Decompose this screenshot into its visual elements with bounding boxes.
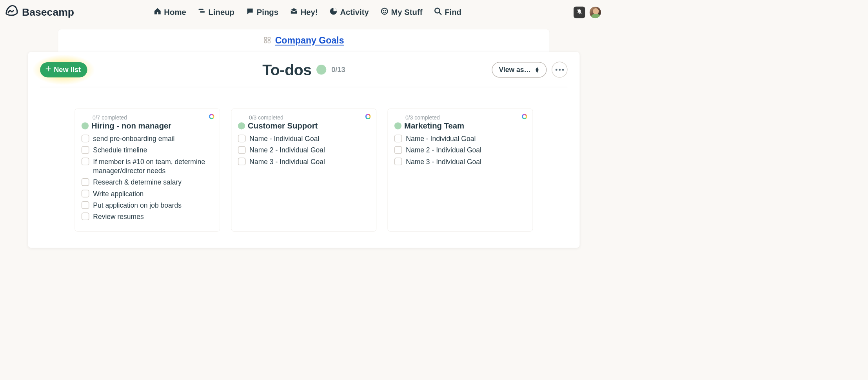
checkbox[interactable] (238, 157, 246, 165)
nav-hey[interactable]: Hey! (290, 7, 318, 17)
todo-text: Schedule timeline (93, 146, 147, 155)
nav-mystuff[interactable]: My Stuff (380, 7, 422, 17)
list-title[interactable]: Hiring - non manager (91, 121, 171, 130)
home-icon (153, 7, 162, 17)
svg-point-3 (381, 8, 388, 14)
nav-mystuff-label: My Stuff (391, 8, 422, 17)
todo-text: send pre-onboarding email (93, 134, 174, 143)
nav-lineup[interactable]: Lineup (198, 7, 234, 17)
todo-item[interactable]: Review resumes (82, 212, 213, 221)
nav-activity[interactable]: Activity (329, 7, 369, 17)
svg-line-7 (439, 12, 441, 14)
svg-rect-1 (200, 11, 205, 13)
project-header-card: Company Goals (58, 29, 549, 53)
list-progress-dot (394, 122, 401, 129)
top-nav-right (574, 6, 601, 18)
todo-text: Name 2 - Individual Goal (249, 146, 325, 155)
sort-icon: ▲▼ (535, 66, 539, 73)
nav-hey-label: Hey! (301, 8, 318, 17)
todo-item[interactable]: Write application (82, 189, 213, 199)
checkbox[interactable] (82, 201, 89, 209)
todo-list-card: 0/7 completed Hiring - non manager send … (74, 109, 220, 232)
checkbox[interactable] (238, 146, 246, 154)
progress-dot (316, 65, 326, 74)
pings-icon (246, 7, 254, 17)
checkbox[interactable] (82, 157, 89, 165)
nav-activity-label: Activity (340, 8, 369, 17)
main-header: New list To-dos 0/13 View as… ▲▼ (40, 62, 567, 87)
checkbox[interactable] (238, 135, 246, 143)
grid-icon (263, 36, 271, 45)
todo-lists: 0/7 completed Hiring - non manager send … (40, 109, 567, 232)
todo-text: Put application on job boards (93, 201, 182, 210)
checkbox[interactable] (394, 135, 402, 143)
list-completed-count: 0/7 completed (93, 114, 213, 121)
todo-list-card: 0/3 completed Customer Support Name - In… (231, 109, 376, 232)
todo-item[interactable]: Name - Individual Goal (238, 134, 370, 143)
nav-links: Home Lineup Pings Hey! Activity (44, 7, 571, 17)
svg-point-6 (435, 8, 440, 13)
view-as-button[interactable]: View as… ▲▼ (492, 62, 547, 78)
checkbox[interactable] (394, 157, 402, 165)
todo-item[interactable]: Name 2 - Individual Goal (394, 146, 526, 155)
nav-home[interactable]: Home (153, 7, 186, 17)
hey-icon (290, 7, 298, 17)
todo-item[interactable]: Put application on job boards (82, 201, 213, 210)
todo-text: Name 3 - Individual Goal (249, 157, 325, 166)
nav-pings[interactable]: Pings (246, 7, 278, 17)
list-title[interactable]: Customer Support (248, 121, 318, 130)
todo-item[interactable]: Research & determine salary (82, 178, 213, 187)
checkbox[interactable] (82, 190, 89, 197)
todo-text: Research & determine salary (93, 178, 182, 187)
progress-count: 0/13 (331, 65, 345, 74)
todo-item[interactable]: send pre-onboarding email (82, 134, 213, 143)
view-as-label: View as… (499, 66, 531, 74)
list-title[interactable]: Marketing Team (404, 121, 464, 130)
todo-item[interactable]: Name - Individual Goal (394, 134, 526, 143)
checkbox[interactable] (394, 146, 402, 154)
todo-list-card: 0/3 completed Marketing Team Name - Indi… (387, 109, 533, 232)
avatar[interactable] (589, 6, 601, 18)
list-progress-dot (238, 122, 245, 129)
checkbox[interactable] (82, 135, 89, 143)
checkbox[interactable] (82, 146, 89, 154)
todo-text: Name 2 - Individual Goal (406, 146, 481, 155)
todo-text: Name - Individual Goal (406, 134, 476, 143)
notifications-button[interactable] (574, 6, 585, 18)
hill-chart-icon[interactable] (209, 114, 214, 119)
todo-item[interactable]: Name 2 - Individual Goal (238, 146, 370, 155)
todo-text: Name 3 - Individual Goal (406, 157, 481, 166)
lineup-icon (198, 7, 206, 17)
todo-text: Write application (93, 189, 143, 199)
more-options-button[interactable] (552, 62, 568, 78)
hill-chart-icon[interactable] (522, 114, 527, 119)
bell-off-icon (576, 8, 583, 16)
new-list-button[interactable]: New list (40, 62, 87, 78)
mystuff-icon (380, 7, 389, 17)
todo-item[interactable]: Name 3 - Individual Goal (238, 157, 370, 166)
svg-rect-10 (268, 37, 271, 40)
nav-find-label: Find (445, 8, 461, 17)
todo-item[interactable]: Schedule timeline (82, 146, 213, 155)
todo-item[interactable]: If member is #10 on team, determine mana… (82, 157, 213, 176)
checkbox[interactable] (82, 213, 89, 221)
list-completed-count: 0/3 completed (405, 114, 526, 121)
svg-rect-0 (199, 9, 203, 11)
nav-pings-label: Pings (257, 8, 278, 17)
plus-icon (45, 65, 52, 74)
page-title-wrap: To-dos 0/13 (262, 61, 345, 79)
svg-rect-9 (265, 37, 267, 40)
new-list-label: New list (54, 65, 81, 74)
nav-find[interactable]: Find (434, 7, 461, 17)
checkbox[interactable] (82, 178, 89, 186)
nav-home-label: Home (164, 8, 186, 17)
svg-point-4 (383, 10, 384, 11)
svg-rect-12 (268, 41, 271, 43)
todo-item[interactable]: Name 3 - Individual Goal (394, 157, 526, 166)
project-link[interactable]: Company Goals (275, 35, 344, 46)
main-card: New list To-dos 0/13 View as… ▲▼ 0/7 com… (28, 52, 579, 248)
svg-rect-11 (265, 41, 267, 43)
search-icon (434, 7, 442, 17)
hill-chart-icon[interactable] (365, 114, 371, 119)
basecamp-logo-icon (4, 3, 19, 21)
